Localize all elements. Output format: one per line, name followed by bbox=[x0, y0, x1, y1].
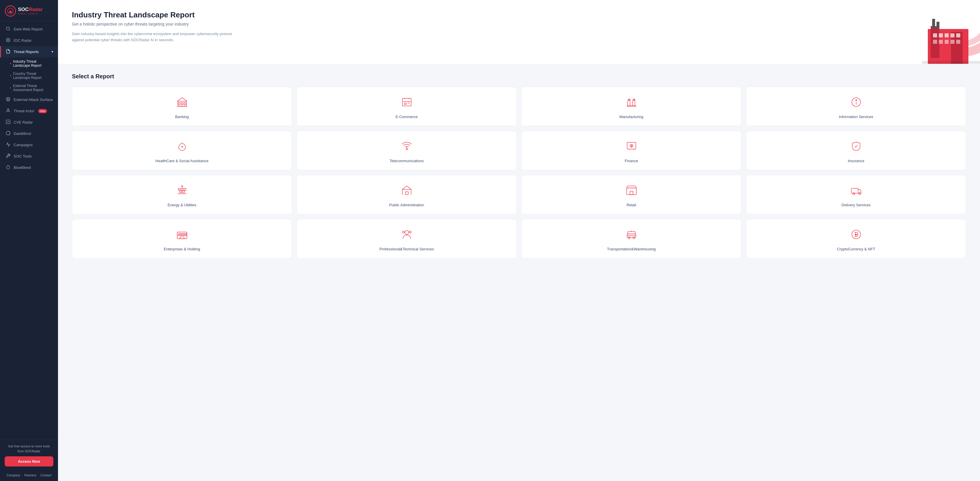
report-label-ecommerce: E-Commerce bbox=[396, 115, 418, 119]
ext-attack-icon bbox=[5, 97, 11, 102]
svg-rect-18 bbox=[945, 33, 949, 37]
cve-label: CVE Radar bbox=[14, 120, 33, 124]
svg-point-63 bbox=[405, 231, 409, 234]
svg-point-65 bbox=[402, 231, 404, 233]
report-card-professional[interactable]: Professional&Technical Services bbox=[297, 219, 517, 258]
manufacturing-icon bbox=[626, 96, 637, 110]
report-card-insurance[interactable]: Insurance bbox=[746, 131, 966, 170]
report-card-telecom[interactable]: Telecommunications bbox=[297, 131, 517, 170]
sidebar-item-bluebleed[interactable]: BlueBleed bbox=[0, 162, 58, 173]
svg-rect-31 bbox=[181, 103, 183, 105]
sidebar-item-darkmirror[interactable]: DarkMirror bbox=[0, 128, 58, 139]
transport-icon bbox=[626, 229, 637, 243]
svg-rect-21 bbox=[933, 40, 937, 44]
report-card-public-admin[interactable]: Public Administration bbox=[297, 175, 517, 214]
access-now-button[interactable]: Access Now bbox=[5, 456, 53, 467]
hero-title: Industry Threat Landscape Report bbox=[72, 10, 966, 19]
report-card-enterprises[interactable]: Enterprises & Holding bbox=[72, 219, 292, 258]
sub-external-label: External Threat Assessment Report bbox=[13, 84, 53, 92]
report-card-healthcare[interactable]: HealthCare & Social Assistance bbox=[72, 131, 292, 170]
ioc-icon bbox=[5, 38, 11, 43]
report-card-crypto[interactable]: CryptoCurrency & NFT bbox=[746, 219, 966, 258]
hero-svg bbox=[893, 0, 980, 64]
svg-point-41 bbox=[856, 100, 856, 101]
svg-rect-54 bbox=[630, 191, 633, 195]
soc-tools-icon bbox=[5, 153, 11, 159]
svg-rect-19 bbox=[950, 33, 955, 37]
sidebar-item-campaigns[interactable]: Campaigns bbox=[0, 139, 58, 151]
svg-point-4 bbox=[6, 38, 10, 42]
darkmirror-label: DarkMirror bbox=[14, 131, 31, 136]
reports-grid: Banking E-Commerce Manufacturing Informa… bbox=[72, 87, 966, 258]
sidebar-item-ioc[interactable]: IOC Radar bbox=[0, 35, 58, 46]
report-label-manufacturing: Manufacturing bbox=[619, 115, 643, 119]
report-card-delivery[interactable]: Delivery Services bbox=[746, 175, 966, 214]
logo-area: SOCRadar FREE TOOLS bbox=[0, 0, 58, 21]
svg-rect-29 bbox=[178, 101, 186, 107]
svg-point-64 bbox=[409, 231, 411, 233]
report-card-finance[interactable]: Finance bbox=[521, 131, 741, 170]
sidebar-item-threat-actor[interactable]: Threat Actor New bbox=[0, 105, 58, 116]
campaigns-label: Campaigns bbox=[14, 143, 33, 147]
threat-reports-label: Threat Reports bbox=[14, 49, 39, 54]
report-label-public-admin: Public Administration bbox=[389, 203, 424, 207]
svg-rect-16 bbox=[933, 33, 937, 37]
svg-rect-24 bbox=[950, 40, 955, 44]
svg-rect-26 bbox=[932, 19, 935, 29]
svg-rect-27 bbox=[937, 22, 939, 29]
svg-rect-61 bbox=[185, 234, 186, 235]
logo-tagline: FREE TOOLS bbox=[18, 13, 43, 15]
hero-subtitle: Get a holistic perspective on cyber thre… bbox=[72, 22, 966, 26]
svg-rect-47 bbox=[184, 188, 186, 190]
report-card-energy[interactable]: Energy & Utilities bbox=[72, 175, 292, 214]
report-card-retail[interactable]: Retail bbox=[521, 175, 741, 214]
report-label-delivery: Delivery Services bbox=[842, 203, 870, 207]
footer-contact[interactable]: Contact bbox=[40, 473, 51, 477]
hero-description: Gain industry-based insights into the cy… bbox=[72, 31, 240, 43]
report-card-banking[interactable]: Banking bbox=[72, 87, 292, 126]
report-card-ecommerce[interactable]: E-Commerce bbox=[297, 87, 517, 126]
footer-partners[interactable]: Partners bbox=[24, 473, 37, 477]
report-card-information-services[interactable]: Information Services bbox=[746, 87, 966, 126]
sub-industry-label: Industry Threat Landscape Report bbox=[13, 59, 53, 68]
sidebar-item-soc-tools[interactable]: SOC Tools bbox=[0, 151, 58, 162]
svg-rect-36 bbox=[627, 106, 636, 107]
cve-icon bbox=[5, 119, 11, 125]
report-label-energy: Energy & Utilities bbox=[168, 203, 196, 207]
sidebar-nav: Dark Web Report IOC Radar Threat Reports… bbox=[0, 21, 58, 440]
report-label-telecom: Telecommunications bbox=[390, 159, 424, 163]
energy-icon bbox=[176, 185, 188, 199]
section-title: Select a Report bbox=[72, 73, 966, 80]
report-label-crypto: CryptoCurrency & NFT bbox=[837, 247, 875, 251]
darkmirror-icon bbox=[5, 131, 11, 136]
report-card-manufacturing[interactable]: Manufacturing bbox=[521, 87, 741, 126]
sidebar: SOCRadar FREE TOOLS Dark Web Report IOC … bbox=[0, 0, 58, 481]
dark-web-label: Dark Web Report bbox=[14, 27, 43, 31]
ext-attack-label: External Attack Surface bbox=[14, 97, 53, 102]
svg-point-42 bbox=[406, 148, 407, 150]
threat-actor-icon bbox=[5, 108, 11, 114]
bank-icon bbox=[176, 96, 188, 110]
svg-rect-28 bbox=[922, 61, 980, 64]
sidebar-item-ext-attack[interactable]: External Attack Surface bbox=[0, 94, 58, 105]
insurance-icon bbox=[850, 140, 862, 154]
crypto-icon bbox=[850, 229, 862, 243]
ioc-label: IOC Radar bbox=[14, 38, 32, 43]
svg-rect-48 bbox=[180, 191, 181, 193]
threat-reports-arrow: ▾ bbox=[52, 50, 53, 54]
sidebar-item-dark-web[interactable]: Dark Web Report bbox=[0, 24, 58, 35]
sub-industry-threat[interactable]: Industry Threat Landscape Report bbox=[10, 57, 58, 70]
report-card-transport[interactable]: Transportation&Warehousing bbox=[521, 219, 741, 258]
campaigns-icon bbox=[5, 142, 11, 148]
dark-web-icon bbox=[5, 26, 11, 32]
sidebar-item-cve[interactable]: CVE Radar bbox=[0, 116, 58, 128]
sub-country-threat[interactable]: Country Threat Landscape Report bbox=[10, 70, 58, 82]
sidebar-item-threat-reports[interactable]: Threat Reports ▾ bbox=[0, 46, 58, 57]
svg-rect-23 bbox=[945, 40, 949, 44]
new-badge: New bbox=[38, 109, 47, 113]
footer-company[interactable]: Company bbox=[7, 473, 20, 477]
sub-external-threat[interactable]: External Threat Assessment Report bbox=[10, 82, 58, 94]
report-label-enterprises: Enterprises & Holding bbox=[164, 247, 200, 251]
svg-rect-55 bbox=[851, 188, 858, 193]
hero-section: Industry Threat Landscape Report Get a h… bbox=[58, 0, 980, 64]
